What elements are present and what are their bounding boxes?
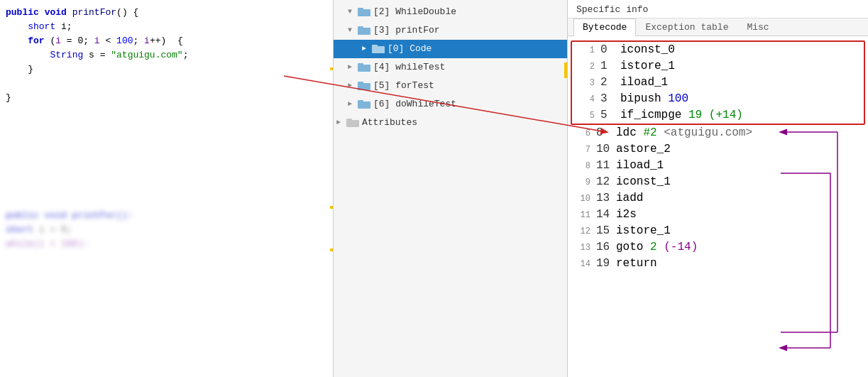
tab-bytecode[interactable]: Bytecode [573, 18, 636, 36]
svg-rect-16 [358, 82, 363, 84]
tree-item-label: [4] whileTest [373, 60, 445, 75]
tree-panel: ▼ [2] WhileDouble ▼ [3] printFor ► [0] C… [334, 0, 568, 377]
tree-item-printfor[interactable]: ▼ [3] printFor [334, 21, 567, 40]
bc-row-14: 14 19 return [568, 256, 868, 272]
tab-misc[interactable]: Misc [737, 18, 778, 36]
tree-item-label: [2] WhileDouble [373, 4, 456, 20]
svg-rect-12 [372, 45, 378, 48]
bc-row-1: 1 0 iconst_0 [572, 42, 864, 58]
bc-row-8: 8 11 iload_1 [568, 158, 868, 174]
blurred-line-3: short i = 0; [0, 223, 333, 237]
specific-info-header: Specific info [568, 0, 868, 18]
code-line-4: String s = "atguigu.com" ; [0, 48, 333, 62]
bc-row-6: 6 8 ldc #2 <atguigu.com> [568, 125, 868, 141]
code-line-2: short i; [0, 20, 333, 34]
tree-arrow: ► [348, 60, 358, 75]
tree-arrow: ► [336, 115, 346, 131]
tree-item-attributes[interactable]: ► Attributes [334, 114, 567, 132]
yellow-marker-3 [330, 248, 333, 251]
folder-icon [358, 26, 370, 35]
folder-icon [372, 44, 385, 54]
specific-info-title: Specific info [576, 4, 648, 15]
blurred-line-1 [0, 195, 333, 209]
bc-row-4: 4 3 bipush 100 [572, 91, 864, 107]
tree-item-label: Attributes [362, 115, 417, 131]
tree-yellow-marker [564, 62, 567, 78]
bc-row-12: 12 15 istore_1 [568, 223, 868, 239]
tree-item-code[interactable]: ► [0] Code [334, 40, 567, 58]
red-box: 1 0 iconst_0 2 1 istore_1 3 2 iload_1 [571, 40, 865, 125]
blurred-line-4: while(i < 100): [0, 237, 333, 251]
tree-item-label: [5] forTest [373, 78, 434, 94]
blurred-line-2: public void printFor(): [0, 209, 333, 223]
tree-item-label: [3] printFor [373, 23, 440, 38]
svg-rect-8 [358, 8, 363, 11]
tab-exception-table[interactable]: Exception table [636, 18, 737, 36]
tree-item-label: [0] Code [388, 41, 432, 57]
tabs-row: Bytecode Exception table Misc [568, 18, 868, 36]
bc-row-5: 5 5 if_icmpge 19 (+14) [572, 107, 864, 124]
svg-rect-20 [346, 119, 352, 121]
bc-row-2: 2 1 istore_1 [572, 58, 864, 75]
bc-row-13: 13 16 goto 2 (-14) [568, 239, 868, 256]
code-line-7: } [0, 91, 333, 105]
code-line-5: } [0, 62, 333, 77]
main-container: public void printFor () { short i; for (… [0, 0, 868, 377]
folder-icon [358, 81, 370, 91]
code-blurred-area: public void printFor(): short i = 0; whi… [0, 189, 333, 378]
tree-item-label: [6] doWhileTest [373, 97, 456, 112]
tree-item-fortest[interactable]: ► [5] forTest [334, 77, 567, 95]
folder-icon [346, 118, 359, 128]
code-line-3: for ( i = 0; i < 100 ; i ++) { [0, 34, 333, 48]
folder-icon [358, 99, 370, 109]
svg-rect-14 [358, 63, 363, 66]
tree-arrow: ► [348, 78, 358, 94]
folder-icon [358, 7, 370, 17]
svg-rect-18 [358, 100, 363, 103]
bytecode-panel: Specific info Bytecode Exception table M… [568, 0, 868, 377]
code-line-6 [0, 77, 333, 91]
code-area: public void printFor () { short i; for (… [0, 0, 333, 189]
bytecode-content[interactable]: 1 0 iconst_0 2 1 istore_1 3 2 iload_1 [568, 36, 868, 377]
tree-item-dowhiletest[interactable]: ► [6] doWhileTest [334, 95, 567, 114]
tree-arrow: ▼ [348, 23, 358, 38]
folder-icon [358, 62, 370, 72]
tree-item-whiletest[interactable]: ► [4] whileTest [334, 58, 567, 77]
bc-row-11: 11 14 i2s [568, 207, 868, 223]
yellow-marker-1 [330, 67, 333, 70]
blurred-line-5 [0, 251, 333, 266]
yellow-marker-2 [330, 206, 333, 209]
tree-arrow: ▼ [348, 4, 358, 20]
svg-rect-10 [358, 26, 363, 29]
tree-area: ▼ [2] WhileDouble ▼ [3] printFor ► [0] C… [334, 0, 567, 135]
bc-row-7: 7 10 astore_2 [568, 141, 868, 158]
tree-arrow: ► [362, 41, 372, 57]
bc-row-10: 10 13 iadd [568, 190, 868, 207]
tree-item-whiledouble[interactable]: ▼ [2] WhileDouble [334, 3, 567, 21]
bc-row-9: 9 12 iconst_1 [568, 174, 868, 190]
code-panel: public void printFor () { short i; for (… [0, 0, 334, 377]
tree-arrow: ► [348, 97, 358, 112]
code-line-1: public void printFor () { [0, 6, 333, 20]
bc-row-3: 3 2 iload_1 [572, 75, 864, 91]
